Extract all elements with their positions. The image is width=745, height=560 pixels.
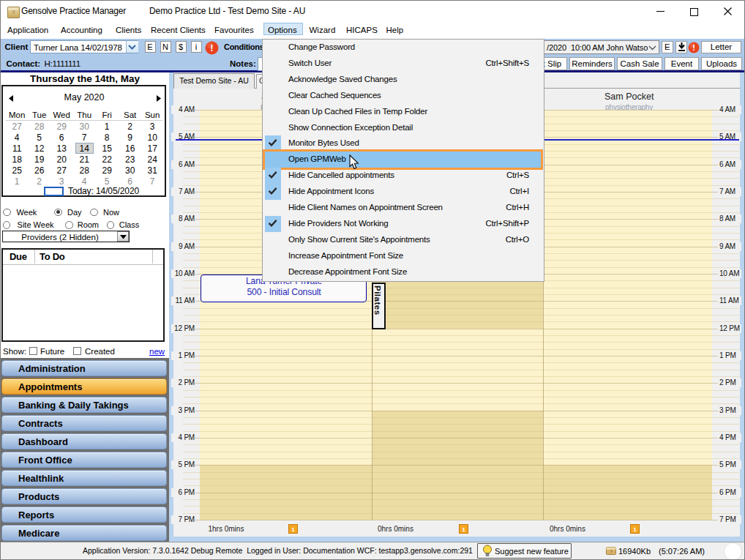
svg-text:?: ? <box>610 549 613 554</box>
svg-text:!: ! <box>210 42 213 53</box>
svg-text:!: ! <box>692 43 695 52</box>
